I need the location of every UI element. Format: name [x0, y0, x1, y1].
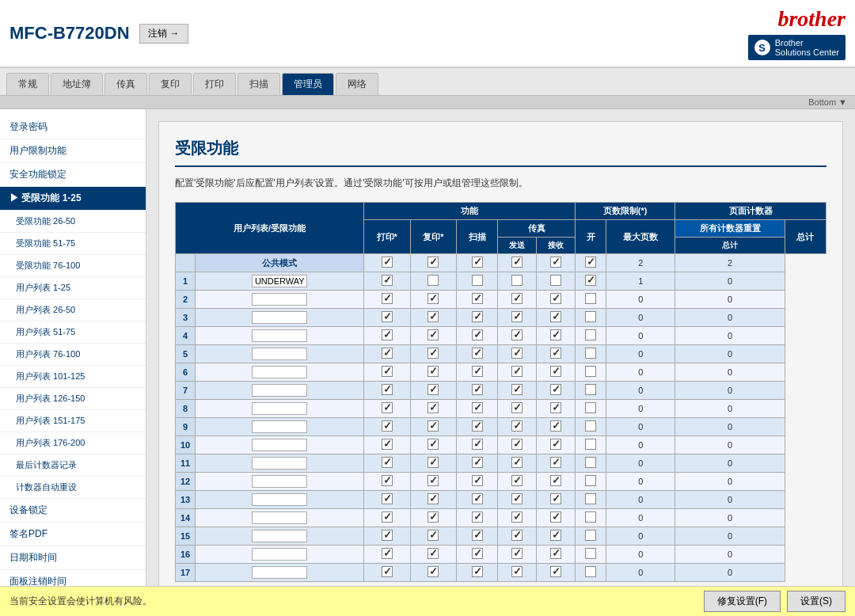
row-on[interactable] — [576, 436, 606, 454]
row-scan[interactable] — [457, 418, 498, 436]
row-scan[interactable] — [457, 382, 498, 400]
cancel-button[interactable]: 注销 → — [139, 24, 188, 44]
row-print[interactable] — [363, 509, 410, 527]
sidebar-item[interactable]: 受限功能 76-100 — [0, 255, 146, 277]
name-input[interactable] — [252, 311, 307, 324]
row-fax-send[interactable] — [498, 309, 537, 327]
name-input[interactable] — [252, 439, 307, 451]
row-fax-recv[interactable] — [537, 473, 576, 491]
row-on[interactable] — [576, 309, 606, 327]
row-fax-send[interactable] — [498, 509, 537, 527]
row-print[interactable] — [363, 400, 410, 418]
row-fax-recv[interactable] — [537, 272, 576, 291]
sidebar-item[interactable]: 用户列表 26-50 — [0, 299, 146, 321]
row-on[interactable] — [576, 345, 606, 363]
row-copy[interactable] — [410, 418, 457, 436]
row-copy[interactable] — [410, 509, 457, 527]
row-copy[interactable] — [410, 291, 457, 309]
row-copy[interactable] — [410, 527, 457, 546]
nav-tab-传真[interactable]: 传真 — [104, 73, 147, 95]
row-copy[interactable] — [410, 345, 457, 363]
row-fax-recv[interactable] — [537, 436, 576, 454]
row-name[interactable] — [196, 345, 364, 363]
row-fax-send[interactable] — [498, 527, 537, 546]
name-input[interactable] — [252, 402, 307, 415]
name-input[interactable] — [252, 420, 307, 433]
name-input[interactable] — [252, 457, 307, 470]
row-name[interactable] — [196, 546, 364, 564]
row-fax-recv[interactable] — [537, 363, 576, 382]
row-name[interactable] — [196, 363, 364, 382]
row-scan[interactable] — [457, 345, 498, 363]
sidebar-item[interactable]: 用户列表 1-25 — [0, 277, 146, 299]
solutions-center[interactable]: S BrotherSolutions Center — [748, 35, 846, 60]
row-fax-send[interactable] — [498, 272, 537, 291]
row-fax-recv[interactable] — [537, 491, 576, 509]
sidebar-item[interactable]: 用户列表 76-100 — [0, 344, 146, 366]
row-copy[interactable] — [410, 382, 457, 400]
row-fax-send[interactable] — [498, 345, 537, 363]
row-print[interactable] — [363, 327, 410, 345]
row-fax-recv[interactable] — [537, 454, 576, 473]
row-fax-send[interactable] — [498, 400, 537, 418]
row-fax-recv[interactable] — [537, 345, 576, 363]
row-on[interactable] — [576, 400, 606, 418]
name-input[interactable] — [252, 293, 307, 306]
row-fax-send[interactable] — [498, 436, 537, 454]
row-copy[interactable] — [410, 491, 457, 509]
sidebar-item[interactable]: 受限功能 51-75 — [0, 233, 146, 255]
ok-settings-button[interactable]: 设置(S) — [787, 591, 846, 612]
row-fax-recv[interactable] — [537, 327, 576, 345]
row-copy[interactable] — [410, 564, 457, 582]
row-scan[interactable] — [457, 400, 498, 418]
nav-tab-复印[interactable]: 复印 — [149, 73, 192, 95]
row-scan[interactable] — [457, 291, 498, 309]
row-print[interactable] — [363, 454, 410, 473]
row-fax-send[interactable] — [498, 454, 537, 473]
row-name[interactable] — [196, 491, 364, 509]
row-fax-recv[interactable] — [537, 564, 576, 582]
sidebar-item[interactable]: 设备锁定 — [0, 499, 146, 523]
row-name[interactable] — [196, 272, 364, 291]
pub-on[interactable] — [576, 254, 606, 272]
row-on[interactable] — [576, 509, 606, 527]
sidebar-item[interactable]: 用户列表 151-175 — [0, 410, 146, 432]
row-print[interactable] — [363, 291, 410, 309]
row-fax-recv[interactable] — [537, 382, 576, 400]
name-input[interactable] — [252, 329, 307, 342]
row-fax-recv[interactable] — [537, 509, 576, 527]
row-print[interactable] — [363, 436, 410, 454]
row-print[interactable] — [363, 272, 410, 291]
sidebar-item[interactable]: 用户列表 51-75 — [0, 321, 146, 344]
row-fax-send[interactable] — [498, 327, 537, 345]
row-name[interactable] — [196, 309, 364, 327]
pub-fax-send[interactable] — [498, 254, 537, 272]
row-scan[interactable] — [457, 491, 498, 509]
row-on[interactable] — [576, 382, 606, 400]
name-input[interactable] — [252, 548, 307, 561]
row-name[interactable] — [196, 527, 364, 546]
name-input[interactable] — [252, 530, 307, 542]
row-fax-recv[interactable] — [537, 418, 576, 436]
row-name[interactable] — [196, 436, 364, 454]
row-scan[interactable] — [457, 272, 498, 291]
row-scan[interactable] — [457, 564, 498, 582]
name-input[interactable] — [252, 475, 307, 488]
row-on[interactable] — [576, 291, 606, 309]
row-on[interactable] — [576, 473, 606, 491]
row-fax-send[interactable] — [498, 291, 537, 309]
name-input[interactable] — [252, 566, 307, 579]
row-name[interactable] — [196, 564, 364, 582]
pub-print[interactable] — [363, 254, 410, 272]
fix-settings-button[interactable]: 修复设置(F) — [704, 591, 781, 612]
row-fax-send[interactable] — [498, 491, 537, 509]
nav-tab-地址簿[interactable]: 地址簿 — [51, 73, 103, 95]
row-name[interactable] — [196, 382, 364, 400]
row-name[interactable] — [196, 473, 364, 491]
name-input[interactable] — [252, 275, 307, 287]
row-scan[interactable] — [457, 527, 498, 546]
row-name[interactable] — [196, 418, 364, 436]
name-input[interactable] — [252, 493, 307, 506]
row-on[interactable] — [576, 363, 606, 382]
row-copy[interactable] — [410, 309, 457, 327]
